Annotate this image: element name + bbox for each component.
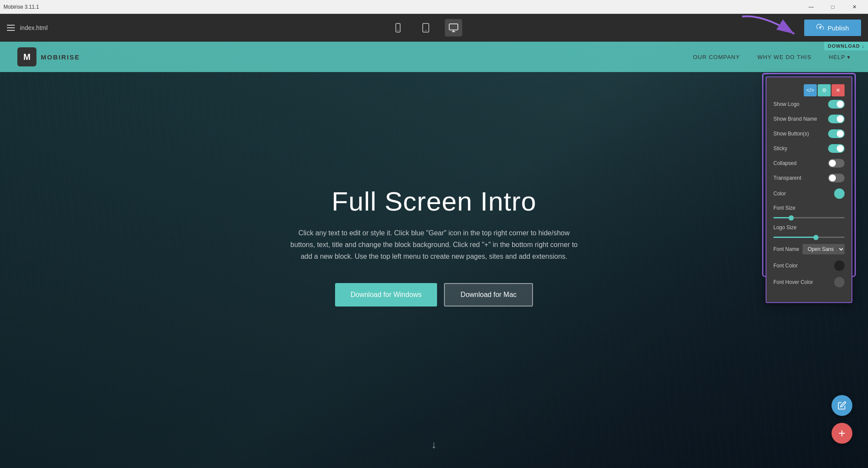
hamburger-menu-button[interactable] [7, 25, 15, 31]
desktop-icon [448, 23, 459, 33]
desktop-device-btn[interactable] [445, 19, 462, 36]
tablet-icon [421, 23, 431, 33]
font-color-label: Font Color [773, 263, 798, 269]
hero-title[interactable]: Full Screen Intro [286, 186, 582, 217]
panel-row-font-hover-color: Font Hover Color [773, 277, 845, 287]
logo-size-label: Logo Size [773, 224, 796, 231]
title-bar-controls: — □ ✕ [801, 0, 865, 14]
download-mac-button[interactable]: Download for Mac [444, 283, 533, 307]
title-bar-left: Mobirise 3.11.1 [3, 4, 39, 10]
fab-add-button[interactable]: + [832, 423, 852, 444]
panel-row-font-size: Font Size [773, 205, 845, 218]
logo-size-slider-thumb[interactable] [813, 235, 819, 240]
panel-row-font-name: Font Name Open Sans Roboto Lato Montserr… [773, 244, 845, 254]
gear-button[interactable]: ⚙ [818, 84, 831, 96]
filename-label: index.html [20, 24, 48, 31]
hero-content: Full Screen Intro Click any text to edit… [278, 177, 590, 316]
phone-icon [393, 23, 403, 33]
transparent-toggle[interactable] [828, 174, 845, 182]
site-navbar: M MOBIRISE OUR COMPANY WHY WE DO THIS HE… [0, 42, 868, 72]
collapsed-toggle[interactable] [828, 159, 845, 168]
font-hover-color-swatch[interactable] [834, 277, 845, 287]
panel-row-transparent: Transparent [773, 174, 845, 182]
show-brand-name-toggle[interactable] [828, 115, 845, 123]
sticky-toggle[interactable] [828, 144, 845, 153]
svg-point-3 [425, 30, 426, 31]
site-nav-links: OUR COMPANY WHY WE DO THIS HELP ▾ [693, 54, 851, 60]
fab-edit-button[interactable] [832, 395, 852, 416]
show-logo-label: Show Logo [773, 101, 799, 107]
font-size-slider-track[interactable] [773, 217, 845, 218]
download-label[interactable]: DOWNLOAD ↓ [824, 42, 868, 50]
font-name-label: Font Name [773, 246, 799, 252]
panel-row-logo-size: Logo Size [773, 224, 845, 238]
svg-point-1 [398, 30, 398, 31]
panel-row-sticky: Sticky [773, 144, 845, 153]
mobile-device-btn[interactable] [389, 19, 407, 36]
publish-button[interactable]: Publish [804, 20, 861, 36]
nav-link-company[interactable]: OUR COMPANY [693, 54, 740, 60]
download-windows-button[interactable]: Download for Windows [335, 283, 437, 307]
transparent-label: Transparent [773, 175, 801, 181]
website-preview: M MOBIRISE OUR COMPANY WHY WE DO THIS HE… [0, 42, 868, 468]
font-hover-color-label: Font Hover Color [773, 279, 813, 285]
delete-button[interactable]: ✕ [832, 84, 845, 96]
plus-icon: + [838, 426, 845, 440]
panel-row-collapsed: Collapsed [773, 159, 845, 168]
device-switcher [389, 19, 462, 36]
logo-icon: M [17, 47, 36, 66]
show-brand-name-label: Show Brand Name [773, 116, 817, 122]
publish-label: Publish [828, 24, 849, 32]
color-label: Color [773, 191, 786, 197]
nav-link-help[interactable]: HELP ▾ [829, 54, 851, 60]
hero-buttons: Download for Windows Download for Mac [286, 283, 582, 307]
nav-link-why[interactable]: WHY WE DO THIS [757, 54, 812, 60]
brand-name: MOBIRISE [41, 53, 80, 61]
panel-row-font-color: Font Color [773, 260, 845, 271]
panel-row-color: Color [773, 188, 845, 199]
app-bar: index.html Publish [0, 14, 868, 42]
font-name-select[interactable]: Open Sans Roboto Lato Montserrat [802, 244, 845, 254]
logo-size-slider-track[interactable] [773, 237, 845, 238]
close-button[interactable]: ✕ [845, 0, 865, 14]
minimize-button[interactable]: — [801, 0, 821, 14]
hero-section: M MOBIRISE OUR COMPANY WHY WE DO THIS HE… [0, 42, 868, 468]
show-logo-toggle[interactable] [828, 100, 845, 109]
color-swatch[interactable] [834, 188, 845, 199]
svg-rect-4 [449, 24, 458, 30]
font-size-label: Font Size [773, 205, 796, 211]
hero-subtitle[interactable]: Click any text to edit or style it. Clic… [286, 227, 582, 263]
scroll-down-arrow[interactable]: ↓ [431, 438, 437, 451]
font-size-slider-thumb[interactable] [789, 215, 794, 221]
panel-row-show-logo: Show Logo [773, 100, 845, 109]
panel-row-brand-name: Show Brand Name [773, 115, 845, 123]
upload-cloud-icon [816, 24, 824, 32]
panel-toolbar: </> ⚙ ✕ [773, 84, 845, 96]
show-buttons-label: Show Button(s) [773, 131, 809, 137]
title-bar: Mobirise 3.11.1 — □ ✕ [0, 0, 868, 14]
logo-letter: M [23, 52, 31, 62]
font-color-swatch[interactable] [834, 260, 845, 271]
panel-row-show-buttons: Show Button(s) [773, 129, 845, 138]
app-bar-left: index.html [7, 24, 48, 31]
show-buttons-toggle[interactable] [828, 129, 845, 138]
site-logo: M MOBIRISE [17, 47, 80, 66]
settings-panel: </> ⚙ ✕ Show Logo Show Brand Name Show B… [766, 76, 852, 303]
maximize-button[interactable]: □ [823, 0, 843, 14]
logo-size-slider-fill [773, 237, 816, 238]
tablet-device-btn[interactable] [417, 19, 434, 36]
collapsed-label: Collapsed [773, 160, 796, 166]
pencil-icon [838, 401, 846, 410]
font-size-slider-container [773, 214, 845, 218]
code-button[interactable]: </> [804, 84, 817, 96]
app-name: Mobirise 3.11.1 [3, 4, 39, 10]
sticky-label: Sticky [773, 145, 787, 152]
app-bar-right: Publish [804, 20, 861, 36]
main-area: M MOBIRISE OUR COMPANY WHY WE DO THIS HE… [0, 42, 868, 468]
logo-size-slider-container [773, 233, 845, 238]
